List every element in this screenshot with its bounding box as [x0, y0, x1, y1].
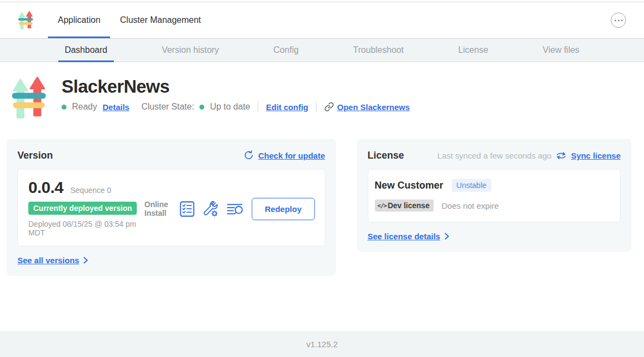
tab-application[interactable]: Application [48, 2, 110, 38]
console-footer: v1.125.2 [0, 331, 644, 357]
last-synced-text: Last synced a few seconds ago [438, 151, 551, 160]
page-title: SlackerNews [62, 76, 410, 97]
console-version: v1.125.2 [306, 340, 338, 349]
license-card-title: License [368, 150, 404, 161]
subnav-tab-license[interactable]: License [452, 39, 495, 62]
slackernews-logo-icon [18, 11, 33, 29]
app-status-dot-icon [62, 105, 66, 110]
subnav-tab-config[interactable]: Config [267, 39, 305, 62]
open-app-link[interactable]: Open Slackernews [337, 102, 410, 112]
current-version-panel: 0.0.4 Sequence 0 Currently deployed vers… [17, 169, 325, 246]
license-details-panel: New Customer Unstable </> Dev license Do… [368, 169, 621, 222]
slackernews-app-logo [12, 76, 46, 119]
app-title-section: SlackerNews Ready Details Cluster State:… [12, 76, 644, 119]
divider [316, 101, 317, 112]
subnav-tab-troubleshoot[interactable]: Troubleshoot [347, 39, 410, 62]
license-card: License Last synced a few seconds ago Sy… [357, 139, 631, 252]
ellipsis-icon [615, 20, 616, 21]
app-subnav: Dashboard Version history Config Trouble… [0, 39, 644, 62]
chevron-right-icon [83, 257, 88, 264]
app-status-text: Ready [72, 102, 97, 112]
status-details-link[interactable]: Details [102, 102, 129, 112]
config-wrench-icon[interactable] [203, 201, 218, 217]
version-number: 0.0.4 [28, 178, 63, 197]
subnav-tab-version-history[interactable]: Version history [155, 39, 226, 62]
deployed-status-badge: Currently deployed version [28, 202, 137, 215]
subnav-tab-dashboard[interactable]: Dashboard [58, 39, 114, 62]
more-options-button[interactable] [611, 13, 626, 28]
edit-config-link[interactable]: Edit config [266, 102, 308, 112]
install-type-label: Online Install [144, 200, 172, 217]
chevron-right-icon [445, 233, 449, 240]
customer-name: New Customer [375, 180, 443, 191]
app-header-bar: Application Cluster Management [0, 2, 644, 39]
redeploy-button[interactable]: Redeploy [252, 198, 315, 220]
top-nav: Application Cluster Management [48, 2, 211, 38]
check-for-update-link[interactable]: Check for update [258, 151, 325, 160]
chain-link-icon [324, 102, 334, 112]
cluster-state-dot-icon [199, 105, 204, 110]
cluster-state-value: Up to date [210, 102, 250, 112]
code-icon: </> [378, 202, 387, 209]
sync-icon [556, 151, 567, 160]
see-license-details-link[interactable]: See license details [368, 232, 440, 241]
sync-license-link[interactable]: Sync license [571, 151, 621, 160]
refresh-icon [244, 150, 254, 161]
license-type-badge: </> Dev license [375, 199, 434, 211]
divider [258, 101, 258, 112]
version-card: Version Check for update 0.0.4 Sequence … [7, 139, 336, 276]
tab-cluster-management[interactable]: Cluster Management [110, 2, 211, 38]
app-status-row: Ready Details Cluster State: Up to date … [62, 101, 410, 112]
preflight-checks-icon[interactable] [180, 201, 195, 217]
version-card-title: Version [17, 150, 53, 161]
deploy-logs-icon[interactable] [227, 202, 244, 216]
subnav-tab-view-files[interactable]: View files [536, 39, 586, 62]
deployed-timestamp: Deployed 08/15/25 @ 03:54 pm MDT [28, 220, 143, 237]
sequence-label: Sequence 0 [70, 186, 111, 195]
license-expiry-text: Does not expire [441, 201, 499, 210]
channel-badge: Unstable [452, 179, 491, 192]
cluster-state-label: Cluster State: [141, 102, 194, 112]
see-all-versions-link[interactable]: See all versions [17, 256, 79, 265]
